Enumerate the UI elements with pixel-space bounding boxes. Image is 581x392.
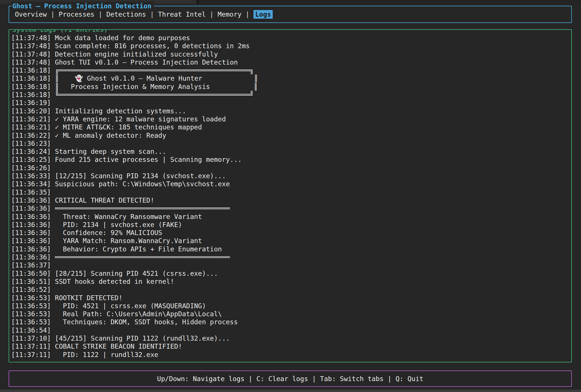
log-timestamp: [11:36:19] bbox=[11, 99, 51, 106]
log-line: [11:36:19] bbox=[11, 99, 570, 107]
log-line: [11:36:54] bbox=[11, 326, 570, 334]
terminal-chrome-tab-divider bbox=[196, 0, 199, 4]
log-message: ✓ ML anomaly detector: Ready bbox=[51, 132, 166, 139]
log-message: Mock data loaded for demo purposes bbox=[51, 34, 190, 42]
log-timestamp: [11:37:48] bbox=[11, 59, 51, 66]
log-timestamp: [11:37:11] bbox=[11, 343, 51, 350]
log-line: [11:36:36] Behavior: Crypto APIs + File … bbox=[11, 245, 570, 253]
log-timestamp: [11:36:23] bbox=[11, 140, 51, 147]
status-bar: Up/Down: Navigate logs | C: Clear logs |… bbox=[9, 370, 572, 387]
log-line: [11:36:36] ═════════════════════════════… bbox=[11, 253, 570, 261]
log-line: [11:36:24] Starting deep system scan... bbox=[11, 148, 570, 156]
log-line: [11:36:36] Confidence: 92% MALICIOUS bbox=[11, 229, 570, 237]
log-line: [11:37:11] COBALT STRIKE BEACON IDENTIFI… bbox=[11, 342, 570, 350]
tab-separator: | bbox=[206, 11, 218, 18]
log-timestamp: [11:36:50] bbox=[11, 270, 51, 277]
tab-memory[interactable]: Memory bbox=[218, 10, 241, 19]
log-line: [11:36:35] bbox=[11, 188, 570, 196]
log-timestamp: [11:36:34] bbox=[11, 180, 51, 188]
log-message: PID: 4521 | csrss.exe (MASQUERADING) bbox=[51, 302, 206, 310]
log-timestamp: [11:36:53] bbox=[11, 318, 51, 326]
log-timestamp: [11:36:21] bbox=[11, 123, 51, 131]
log-line: [11:36:21] ✓ YARA engine: 12 malware sig… bbox=[11, 115, 570, 123]
log-timestamp: [11:36:18] bbox=[11, 91, 51, 98]
log-timestamp: [11:36:24] bbox=[11, 148, 51, 155]
log-timestamp: [11:36:53] bbox=[11, 310, 51, 318]
app-title: Ghost — Process Injection Detection bbox=[11, 2, 154, 10]
log-line: [11:36:18] ║ Process Injection & Memory … bbox=[11, 83, 570, 91]
logs-panel: System Logs (71 entries) [11:37:48] Mock… bbox=[9, 29, 572, 362]
log-line: [11:36:53] PID: 4521 | csrss.exe (MASQUE… bbox=[11, 302, 570, 310]
log-timestamp: [11:36:37] bbox=[11, 261, 51, 269]
log-line: [11:36:20] Initializing detection system… bbox=[11, 107, 570, 115]
logs-panel-title: System Logs (71 entries) bbox=[11, 29, 110, 34]
log-line: [11:36:53] Real Path: C:\Users\Admin\App… bbox=[11, 310, 570, 318]
log-timestamp: [11:37:48] bbox=[11, 34, 51, 42]
log-line: [11:36:36] PID: 2134 | svchost.exe (FAKE… bbox=[11, 221, 570, 229]
log-timestamp: [11:36:25] bbox=[11, 156, 51, 163]
log-timestamp: [11:36:36] bbox=[11, 237, 51, 244]
log-line: [11:36:22] ✓ ML anomaly detector: Ready bbox=[11, 131, 570, 139]
log-timestamp: [11:36:36] bbox=[11, 229, 51, 236]
log-timestamp: [11:36:20] bbox=[11, 107, 51, 115]
tab-threat-intel[interactable]: Threat Intel bbox=[158, 10, 206, 19]
log-message: Real Path: C:\Users\Admin\AppData\Local\ bbox=[51, 310, 222, 318]
tab-detections[interactable]: Detections bbox=[106, 10, 146, 19]
log-line: [11:36:50] [28/215] Scanning PID 4521 (c… bbox=[11, 269, 570, 277]
tab-separator: | bbox=[241, 11, 253, 18]
log-line: [11:37:48] Mock data loaded for demo pur… bbox=[11, 34, 570, 42]
log-timestamp: [11:36:33] bbox=[11, 172, 51, 180]
log-timestamp: [11:36:18] bbox=[11, 67, 51, 74]
log-message: Threat: WannaCry Ransomware Variant bbox=[51, 213, 202, 220]
log-message: Ghost TUI v0.1.0 — Process Injection Det… bbox=[51, 59, 238, 66]
log-timestamp: [11:36:21] bbox=[11, 115, 51, 123]
log-timestamp: [11:36:54] bbox=[11, 327, 51, 334]
log-line: [11:36:52] bbox=[11, 286, 570, 294]
log-line: [11:36:37] bbox=[11, 261, 570, 269]
log-message: ║ 👻 Ghost v0.1.0 — Malware Hunter ║ bbox=[51, 75, 258, 82]
log-line: [11:37:10] [45/215] Scanning PID 1122 (r… bbox=[11, 334, 570, 342]
log-line: [11:36:23] bbox=[11, 139, 570, 148]
log-line: [11:36:21] ✓ MITRE ATT&CK: 185 technique… bbox=[11, 123, 570, 131]
tab-processes[interactable]: Processes bbox=[59, 10, 94, 19]
log-line: [11:36:18] ╚════════════════════════════… bbox=[11, 91, 570, 99]
tab-separator: | bbox=[146, 11, 158, 18]
tab-separator: | bbox=[94, 11, 106, 18]
log-message: YARA Match: Ransom.WannaCry.Variant bbox=[51, 237, 202, 244]
log-timestamp: [11:36:36] bbox=[11, 245, 51, 253]
log-timestamp: [11:36:53] bbox=[11, 294, 51, 302]
log-line: [11:37:11] PID: 1122 | rundll32.exe bbox=[11, 351, 570, 359]
log-line: [11:36:25] Found 215 active processes | … bbox=[11, 156, 570, 164]
log-timestamp: [11:36:18] bbox=[11, 75, 51, 82]
log-line: [11:37:48] Ghost TUI v0.1.0 — Process In… bbox=[11, 58, 570, 66]
log-message: ╚═══════════════════════════════════════… bbox=[51, 91, 253, 98]
log-timestamp: [11:36:18] bbox=[11, 83, 51, 90]
log-message: Techniques: DKOM, SSDT hooks, Hidden pro… bbox=[51, 318, 238, 326]
log-message: [28/215] Scanning PID 4521 (csrss.exe)..… bbox=[51, 270, 218, 277]
log-message: Behavior: Crypto APIs + File Enumeration bbox=[51, 245, 222, 253]
log-timestamp: [11:36:53] bbox=[11, 302, 51, 310]
log-lines[interactable]: [11:37:48] Mock data loaded for demo pur… bbox=[11, 34, 570, 361]
tab-bar-panel: Ghost — Process Injection Detection Over… bbox=[9, 6, 572, 23]
tab-overview[interactable]: Overview bbox=[15, 10, 47, 19]
tab-logs[interactable]: Logs bbox=[253, 10, 273, 19]
log-line: [11:36:18] ║ 👻 Ghost v0.1.0 — Malware Hu… bbox=[11, 74, 570, 82]
log-message: Detection engine initialized successfull… bbox=[51, 51, 218, 58]
log-line: [11:36:33] [12/215] Scanning PID 2134 (s… bbox=[11, 172, 570, 180]
log-message: Suspicious path: C:\Windows\Temp\svchost… bbox=[51, 180, 230, 188]
log-message: Starting deep system scan... bbox=[51, 148, 166, 155]
log-message: CRITICAL THREAT DETECTED! bbox=[51, 197, 154, 204]
log-message: Confidence: 92% MALICIOUS bbox=[51, 229, 162, 236]
log-line: [11:36:53] Techniques: DKOM, SSDT hooks,… bbox=[11, 318, 570, 326]
log-timestamp: [11:36:26] bbox=[11, 164, 51, 172]
log-message: ════════════════════════════════════════… bbox=[51, 253, 230, 261]
log-timestamp: [11:36:22] bbox=[11, 132, 51, 139]
log-line: [11:37:48] Detection engine initialized … bbox=[11, 50, 570, 58]
terminal-chrome-bottom bbox=[0, 390, 581, 392]
log-timestamp: [11:36:51] bbox=[11, 278, 51, 285]
log-timestamp: [11:37:48] bbox=[11, 51, 51, 58]
log-line: [11:36:26] bbox=[11, 164, 570, 172]
log-timestamp: [11:36:35] bbox=[11, 189, 51, 196]
log-timestamp: [11:36:36] bbox=[11, 205, 51, 212]
log-line: [11:36:51] SSDT hooks detected in kernel… bbox=[11, 277, 570, 286]
